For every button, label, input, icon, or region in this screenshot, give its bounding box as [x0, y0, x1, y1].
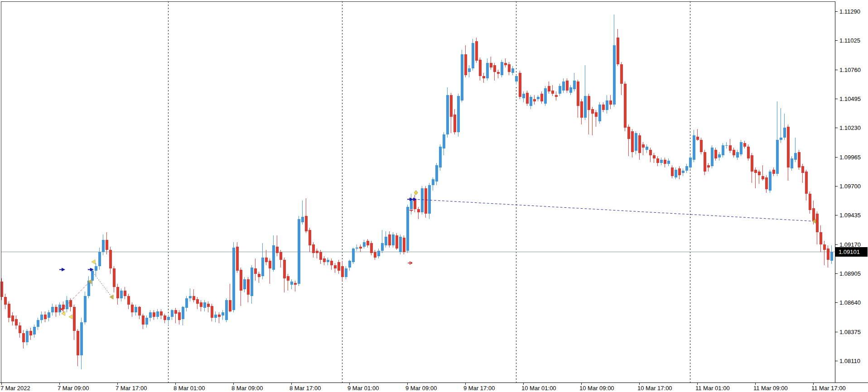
candle-body	[399, 237, 402, 252]
bear-candle	[106, 232, 108, 254]
bear-candle	[29, 328, 32, 340]
candle-body	[287, 276, 289, 281]
bear-candle	[714, 148, 717, 161]
candle-body	[272, 245, 275, 269]
bull-candle	[98, 248, 101, 270]
bull-candle	[693, 130, 695, 162]
bull-candle	[66, 296, 68, 312]
bull-candle	[443, 132, 445, 155]
bull-candle	[26, 329, 29, 345]
candle-body	[511, 68, 514, 73]
candle-body	[801, 166, 804, 173]
candle-body	[22, 333, 25, 342]
candle-body	[635, 133, 637, 151]
candle-body	[298, 219, 300, 284]
bear-candle	[254, 258, 257, 281]
bull-candle	[171, 309, 174, 320]
candle-body	[8, 304, 10, 318]
bear-candle	[758, 170, 761, 184]
candle-body	[11, 316, 14, 321]
candle-body	[461, 54, 463, 100]
bear-candle	[548, 81, 550, 94]
bull-candle	[446, 87, 449, 138]
bear-candle	[577, 80, 579, 118]
candle-body	[718, 154, 721, 158]
candle-body	[247, 279, 250, 295]
bear-candle	[341, 261, 344, 281]
time-tick-label: 9 Mar 17:00	[463, 385, 495, 392]
candlestick-chart-surface[interactable]: 1.112901.110251.107601.104951.102301.099…	[0, 0, 868, 392]
candle-body	[48, 312, 50, 318]
bear-candle	[805, 170, 808, 201]
candle-body	[309, 230, 311, 245]
candle-body	[446, 95, 449, 134]
bull-candle	[776, 101, 779, 176]
candle-body	[805, 172, 808, 194]
bull-candle	[356, 244, 358, 251]
bull-candle	[345, 266, 347, 279]
candle-body	[787, 127, 790, 167]
bull-candle	[102, 234, 105, 255]
left-triangle-marker	[92, 260, 95, 264]
bull-candle	[135, 305, 137, 316]
bear-candle	[696, 129, 699, 141]
trade-history-line	[92, 271, 112, 297]
bear-candle	[475, 38, 478, 63]
bear-candle	[4, 294, 7, 309]
time-tick-label: 8 Mar 17:00	[289, 385, 321, 392]
bull-candle	[569, 85, 572, 95]
candle-body	[316, 251, 318, 253]
bear-candle	[359, 244, 362, 252]
bull-candle	[385, 231, 387, 248]
bear-candle	[617, 29, 619, 66]
bear-candle	[8, 301, 10, 322]
candle-body	[714, 150, 717, 158]
bear-candle	[504, 58, 507, 67]
candle-body	[711, 148, 714, 166]
bear-candle	[218, 312, 221, 323]
bull-candle	[348, 260, 351, 271]
bear-candle	[453, 109, 456, 134]
bear-candle	[533, 95, 536, 105]
bear-candle	[827, 245, 829, 268]
bull-candle	[225, 298, 228, 322]
time-tick-label: 9 Mar 09:00	[405, 385, 437, 392]
time-axis[interactable]: 7 Mar 20227 Mar 09:007 Mar 17:008 Mar 01…	[0, 382, 846, 392]
bear-candle	[591, 107, 594, 135]
candle-body	[254, 268, 257, 274]
candle-body	[595, 112, 598, 117]
candle-body	[395, 235, 398, 249]
candle-body	[809, 194, 811, 210]
bull-candle	[37, 318, 39, 330]
candle-body	[33, 327, 36, 335]
bear-candle	[153, 310, 155, 320]
bull-candle	[399, 234, 402, 254]
bull-candle	[675, 167, 677, 179]
bull-candle	[468, 65, 471, 77]
bull-candle	[222, 310, 224, 320]
bear-candle	[276, 235, 279, 256]
candle-body	[660, 160, 663, 163]
bull-candle	[606, 95, 608, 114]
candle-body	[522, 94, 525, 98]
candle-body	[533, 99, 536, 101]
bear-candle	[751, 153, 753, 183]
bear-candle	[388, 231, 391, 248]
bull-candle	[435, 163, 438, 185]
candle-body	[305, 216, 308, 231]
candle-body	[182, 307, 184, 319]
bull-candle	[830, 245, 833, 264]
bull-candle	[298, 216, 300, 286]
bull-candle	[80, 318, 83, 369]
price-tick-label: 1.09965	[839, 154, 861, 161]
candle-body	[544, 88, 547, 104]
price-axis[interactable]: 1.112901.110251.107601.104951.102301.099…	[835, 8, 861, 364]
bear-candle	[160, 309, 163, 319]
candle-body	[359, 247, 362, 249]
candle-body	[178, 312, 181, 320]
bear-candle	[374, 250, 376, 260]
candle-body	[559, 86, 561, 94]
candle-body	[124, 291, 126, 296]
bull-candle	[722, 143, 724, 158]
bear-candle	[642, 142, 645, 155]
